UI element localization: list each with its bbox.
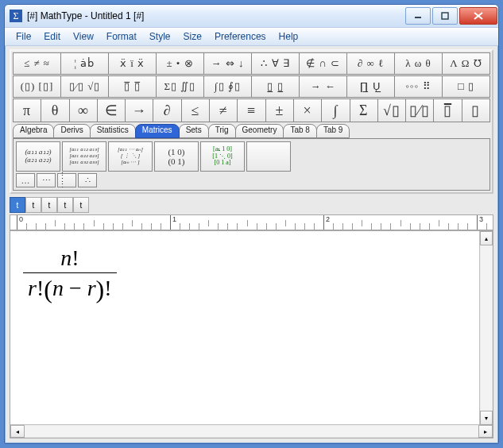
quick-symbol-15[interactable]: ▯̅ bbox=[433, 98, 462, 122]
menu-style[interactable]: Style bbox=[143, 29, 177, 44]
scroll-up-button[interactable]: ▴ bbox=[480, 231, 493, 245]
tab-sets[interactable]: Sets bbox=[179, 124, 209, 138]
vertical-scrollbar[interactable]: ▴ ▾ bbox=[479, 231, 493, 425]
tab-matrices[interactable]: Matrices bbox=[135, 124, 180, 138]
ruler-major-3: 3 bbox=[477, 215, 483, 230]
quick-symbol-3[interactable]: ∈ bbox=[97, 98, 126, 122]
matrix-template-identity[interactable]: (1 0)(0 1) bbox=[154, 141, 199, 172]
quick-symbol-10[interactable]: × bbox=[293, 98, 322, 122]
style-button-2[interactable]: t bbox=[41, 197, 57, 213]
template-group-6[interactable]: → ← bbox=[299, 75, 347, 98]
matrix-template-empty[interactable] bbox=[246, 141, 291, 172]
close-button[interactable] bbox=[459, 7, 497, 25]
horizontal-scrollbar[interactable]: ◂ ▸ bbox=[10, 424, 493, 438]
symbol-group-7[interactable]: ∂ ∞ ℓ bbox=[346, 52, 395, 75]
matrix-dots-3[interactable]: ∴ bbox=[78, 173, 97, 187]
svg-rect-3 bbox=[442, 13, 448, 19]
menu-size[interactable]: Size bbox=[177, 29, 208, 44]
window-title: [#] MathType - Untitled 1 [#] bbox=[27, 10, 404, 21]
tab-trig[interactable]: Trig bbox=[208, 124, 236, 138]
quick-symbol-5[interactable]: ∂ bbox=[153, 98, 181, 122]
scroll-left-button[interactable]: ◂ bbox=[10, 425, 25, 438]
menu-bar: FileEditViewFormatStyleSizePreferencesHe… bbox=[5, 28, 498, 46]
category-tabs: AlgebraDerivsStatisticsMatricesSetsTrigG… bbox=[13, 124, 490, 138]
symbol-group-3[interactable]: ± • ⊗ bbox=[156, 52, 204, 75]
matrix-dots-2[interactable]: ⋮ ⋮ bbox=[57, 173, 76, 187]
toolbar-panel: ≤ ≠ ≈¦ ȧḃẍ ï ẍ± • ⊗→ ⇔ ↓∴ ∀ ∃∉ ∩ ⊂∂ ∞ ℓλ… bbox=[10, 49, 493, 194]
symbol-group-0[interactable]: ≤ ≠ ≈ bbox=[13, 52, 61, 75]
style-button-1[interactable]: t bbox=[25, 197, 41, 213]
menu-format[interactable]: Format bbox=[100, 29, 143, 44]
matrix-template-3x3-a[interactable]: [a₁₁ a₁₂ a₁₃][a₂₁ a₂₂ a₂₃][a₃₁ a₃₂ a₃₃] bbox=[62, 141, 106, 172]
symbol-row-1: ≤ ≠ ≈¦ ȧḃẍ ï ẍ± • ⊗→ ⇔ ↓∴ ∀ ∃∉ ∩ ⊂∂ ∞ ℓλ… bbox=[13, 52, 490, 75]
symbol-group-4[interactable]: → ⇔ ↓ bbox=[203, 52, 252, 75]
symbol-group-5[interactable]: ∴ ∀ ∃ bbox=[251, 52, 300, 75]
template-group-1[interactable]: ▯⁄▯ √▯ bbox=[60, 75, 109, 98]
app-icon: Σ bbox=[10, 10, 22, 22]
quick-symbol-7[interactable]: ≠ bbox=[209, 98, 238, 122]
quick-symbol-6[interactable]: ≤ bbox=[181, 98, 210, 122]
quick-symbol-0[interactable]: π bbox=[13, 98, 41, 122]
tab-geometry[interactable]: Geometry bbox=[235, 124, 284, 138]
template-group-8[interactable]: ◦◦◦ ⠿ bbox=[394, 75, 443, 98]
quick-symbol-9[interactable]: ± bbox=[265, 98, 294, 122]
tab-tab-8[interactable]: Tab 8 bbox=[283, 124, 316, 138]
quick-symbol-14[interactable]: ▯⁄▯ bbox=[405, 98, 434, 122]
tab-tab-9[interactable]: Tab 9 bbox=[316, 124, 350, 138]
horizontal-ruler[interactable]: 0123 bbox=[10, 214, 493, 230]
style-button-4[interactable]: t bbox=[73, 197, 89, 213]
quick-symbol-1[interactable]: θ bbox=[41, 98, 69, 122]
ruler-major-0: 0 bbox=[17, 215, 23, 230]
template-group-9[interactable]: □ ▯ bbox=[442, 75, 490, 98]
quick-symbol-11[interactable]: ∫ bbox=[321, 98, 350, 122]
template-group-3[interactable]: Σ▯ ∬▯ bbox=[156, 75, 204, 98]
tab-derivs[interactable]: Derivs bbox=[53, 124, 90, 138]
menu-edit[interactable]: Edit bbox=[37, 29, 67, 44]
menu-preferences[interactable]: Preferences bbox=[208, 29, 273, 44]
matrix-template-2x2-a[interactable]: (a₁₁ a₁₂)(a₂₁ a₂₂) bbox=[16, 141, 60, 172]
matrix-template-n-col-a[interactable]: [a₁₁ ⋯ aₙ][ ⋮ ⋱ ][aₘ ⋯ ] bbox=[108, 141, 153, 172]
title-bar[interactable]: Σ [#] MathType - Untitled 1 [#] bbox=[5, 5, 498, 28]
scroll-down-button[interactable]: ▾ bbox=[480, 411, 493, 425]
quick-symbol-4[interactable]: → bbox=[125, 98, 153, 122]
style-button-0[interactable]: t bbox=[10, 197, 25, 213]
horizontal-scroll-track[interactable] bbox=[25, 426, 478, 437]
ruler-major-2: 2 bbox=[323, 215, 330, 230]
equation-canvas[interactable]: n! r!(n − r)! bbox=[10, 231, 493, 424]
tab-panel-matrices: (a₁₁ a₁₂)(a₂₁ a₂₂)[a₁₁ a₁₂ a₁₃][a₂₁ a₂₂ … bbox=[13, 138, 490, 191]
symbol-group-6[interactable]: ∉ ∩ ⊂ bbox=[299, 52, 347, 75]
scroll-right-button[interactable]: ▸ bbox=[478, 425, 493, 438]
symbol-group-8[interactable]: λ ω θ bbox=[394, 52, 443, 75]
style-button-3[interactable]: t bbox=[57, 197, 73, 213]
template-group-5[interactable]: ▯̲ ▯̲ bbox=[251, 75, 300, 98]
menu-help[interactable]: Help bbox=[273, 29, 305, 44]
symbol-group-1[interactable]: ¦ ȧḃ bbox=[60, 52, 109, 75]
quick-symbol-8[interactable]: ≡ bbox=[237, 98, 265, 122]
maximize-button[interactable] bbox=[432, 7, 458, 25]
quick-symbol-16[interactable]: ▯ bbox=[462, 98, 490, 122]
matrix-dots-1[interactable]: ⋯ bbox=[37, 173, 56, 187]
symbol-group-9[interactable]: Λ Ω ℧ bbox=[442, 52, 490, 75]
template-group-0[interactable]: (▯) [▯] bbox=[13, 75, 61, 98]
large-symbol-row: πθ∞∈→∂≤≠≡±×∫Σ√▯▯⁄▯▯̅▯ bbox=[13, 98, 490, 122]
matrix-template-dots-4[interactable]: [a₁ 1 0][1 ⋱ 0][0 1 a] bbox=[200, 141, 245, 172]
editor-area: n! r!(n − r)! ▴ ▾ ◂ ▸ bbox=[10, 230, 493, 438]
template-row: (▯) [▯]▯⁄▯ √▯▯̅ ▯̅Σ▯ ∬▯∫▯ ∮▯▯̲ ▯̲→ ←∏̲ Ų… bbox=[13, 75, 490, 98]
template-group-7[interactable]: ∏̲ Ų̲ bbox=[346, 75, 395, 98]
quick-symbol-13[interactable]: √▯ bbox=[377, 98, 406, 122]
tab-algebra[interactable]: Algebra bbox=[13, 124, 54, 138]
template-group-4[interactable]: ∫▯ ∮▯ bbox=[203, 75, 252, 98]
template-group-2[interactable]: ▯̅ ▯̅ bbox=[108, 75, 157, 98]
tab-statistics[interactable]: Statistics bbox=[90, 124, 136, 138]
ruler-major-1: 1 bbox=[170, 215, 176, 230]
equation-numerator: n! bbox=[60, 245, 79, 270]
equation-fraction[interactable]: n! r!(n − r)! bbox=[23, 245, 117, 304]
minimize-button[interactable] bbox=[405, 7, 431, 25]
symbol-group-2[interactable]: ẍ ï ẍ bbox=[108, 52, 157, 75]
vertical-scroll-track[interactable] bbox=[481, 245, 492, 411]
menu-file[interactable]: File bbox=[10, 29, 37, 44]
quick-symbol-2[interactable]: ∞ bbox=[69, 98, 98, 122]
quick-symbol-12[interactable]: Σ bbox=[350, 98, 378, 122]
menu-view[interactable]: View bbox=[67, 29, 100, 44]
matrix-dots-0[interactable]: … bbox=[16, 173, 35, 187]
